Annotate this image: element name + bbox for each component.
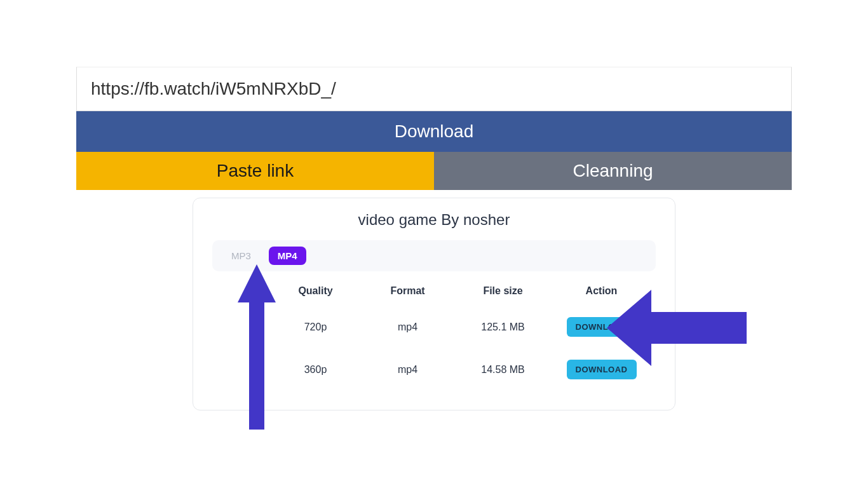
format-tabs: MP3 MP4 bbox=[212, 240, 656, 271]
header-action: Action bbox=[552, 285, 651, 297]
download-row-button[interactable]: DOWNLOAD bbox=[567, 317, 637, 337]
cell-quality: 360p bbox=[269, 364, 362, 376]
url-input[interactable] bbox=[76, 67, 792, 111]
cell-format: mp4 bbox=[362, 364, 454, 376]
table-row: 360p mp4 14.58 MB DOWNLOAD bbox=[269, 348, 660, 391]
cell-file-size: 14.58 MB bbox=[454, 364, 552, 376]
download-row-button[interactable]: DOWNLOAD bbox=[567, 360, 637, 379]
download-table: Quality Format File size Action 720p mp4… bbox=[269, 280, 660, 391]
tab-mp3[interactable]: MP3 bbox=[222, 247, 260, 265]
header-file-size: File size bbox=[454, 285, 552, 297]
paste-link-button[interactable]: Paste link bbox=[76, 152, 434, 190]
table-header: Quality Format File size Action bbox=[269, 280, 660, 306]
cell-action: DOWNLOAD bbox=[552, 360, 651, 379]
cell-action: DOWNLOAD bbox=[552, 317, 651, 337]
results-card: video game By nosher MP3 MP4 Quality For… bbox=[193, 198, 675, 410]
cleaning-button[interactable]: Cleanning bbox=[434, 152, 792, 190]
cell-format: mp4 bbox=[362, 322, 454, 333]
header-format: Format bbox=[362, 285, 454, 297]
video-title: video game By nosher bbox=[212, 211, 656, 229]
download-button[interactable]: Download bbox=[76, 111, 792, 152]
cell-quality: 720p bbox=[269, 322, 362, 333]
cell-file-size: 125.1 MB bbox=[454, 322, 552, 333]
tab-mp4[interactable]: MP4 bbox=[269, 247, 306, 265]
table-row: 720p mp4 125.1 MB DOWNLOAD bbox=[269, 306, 660, 348]
header-quality: Quality bbox=[269, 285, 362, 297]
